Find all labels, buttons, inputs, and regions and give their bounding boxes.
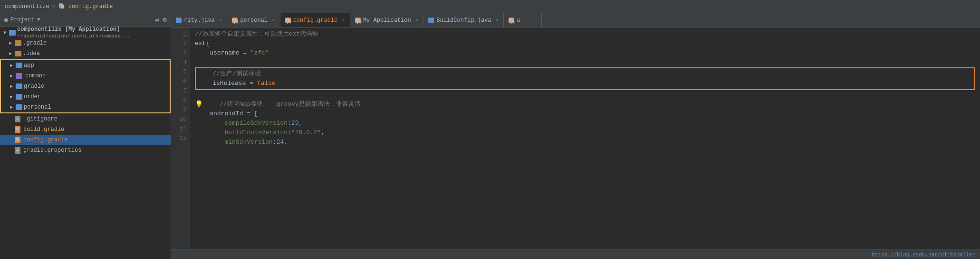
tab-my-application[interactable]: 🐘 My Application × bbox=[350, 13, 423, 27]
dropdown-icon[interactable]: ▼ bbox=[37, 17, 40, 22]
yellow-outline-section: ► app ► common ► gradle ► bbox=[0, 59, 171, 113]
root-arrow: ▼ bbox=[2, 30, 8, 36]
main-layout: ▣ Project ▼ ⇄ ⚙ ▼ componentlize [My Appl… bbox=[0, 13, 980, 259]
code-comma-11: , bbox=[321, 128, 325, 138]
tree-root[interactable]: ▼ componentlize [My Application] ~/andro… bbox=[0, 28, 171, 38]
code-indent-5 bbox=[198, 69, 212, 79]
code-line-5: //生产/测试环境 bbox=[198, 69, 972, 79]
personal-arrow: ► bbox=[9, 104, 14, 110]
sidebar-header: ▣ Project ▼ ⇄ ⚙ bbox=[0, 13, 171, 27]
tab-extra-label: a bbox=[517, 17, 520, 24]
gradle2-folder-label: gradle bbox=[24, 83, 168, 90]
code-indent-8 bbox=[205, 100, 220, 109]
line-num-5: 5 bbox=[173, 67, 187, 77]
app-folder-label: app bbox=[24, 62, 168, 69]
tab-java-icon bbox=[176, 18, 182, 23]
tree-item-build-gradle[interactable]: 🐘 build.gradle bbox=[0, 124, 171, 135]
bulb-icon: 💡 bbox=[195, 100, 203, 109]
tree-item-gradle2[interactable]: ► gradle bbox=[1, 81, 170, 92]
code-empty-7 bbox=[195, 90, 199, 100]
tree-item-config-gradle[interactable]: 🐘 config.gradle bbox=[0, 135, 171, 145]
config-gradle-icon: 🐘 bbox=[15, 137, 20, 143]
code-build-val: "29.0.2" bbox=[291, 128, 321, 138]
app-folder-icon bbox=[16, 63, 22, 68]
code-line-6: isRelease = false bbox=[198, 79, 972, 88]
line-num-9: 9 bbox=[173, 105, 187, 115]
gear-icon[interactable]: ⚙ bbox=[163, 16, 167, 24]
breadcrumb: componentlize › 🐘 config.gradle bbox=[5, 3, 113, 10]
tree-item-app[interactable]: ► app bbox=[1, 60, 170, 71]
code-compile-sdk: compileSdkVersion bbox=[224, 119, 288, 128]
line-num-3: 3 bbox=[173, 48, 187, 58]
personal-folder-icon bbox=[16, 104, 22, 110]
line-num-6: 6 bbox=[173, 77, 187, 86]
code-min-val: 24 bbox=[277, 138, 284, 147]
gitignore-file-icon: ≡ bbox=[15, 116, 20, 122]
tab-extra[interactable]: 🐘 a bbox=[504, 13, 542, 27]
status-url[interactable]: https://blog.csdn.net/dirksmaller bbox=[872, 252, 975, 258]
code-area[interactable]: 1 2 3 4 5 6 7 8 9 10 11 12 / bbox=[171, 28, 980, 250]
root-folder-icon bbox=[9, 30, 16, 36]
code-androidid-key: androidId bbox=[210, 109, 243, 119]
settings-layout-icon[interactable]: ⇄ bbox=[155, 16, 159, 24]
code-build-tools: buildToolsVersion bbox=[224, 128, 288, 138]
code-line-1: //添加多个自定义属性，可以使用ext代码块 bbox=[195, 29, 975, 39]
code-min-sdk: minSdkVersion bbox=[224, 138, 272, 147]
gitignore-label: .gitignore bbox=[23, 116, 169, 122]
code-indent-12 bbox=[195, 138, 224, 147]
code-comment-5: //生产/测试环境 bbox=[212, 69, 260, 79]
sidebar-title: Project bbox=[10, 17, 34, 23]
line-num-2: 2 bbox=[173, 39, 187, 48]
tab-myapp-close[interactable]: × bbox=[415, 18, 419, 23]
idea-folder-icon bbox=[15, 51, 21, 56]
code-eq-3: = bbox=[240, 48, 250, 58]
code-indent-10 bbox=[195, 119, 224, 128]
line-num-10: 10 bbox=[173, 115, 187, 124]
code-indent-6 bbox=[198, 79, 212, 88]
code-empty-4 bbox=[195, 58, 199, 67]
code-line-10: compileSdkVersion:29, bbox=[195, 119, 975, 128]
tree-item-gradle-hidden[interactable]: ► .gradle bbox=[0, 38, 171, 48]
tab-config-gradle[interactable]: 🐘 config.gradle × bbox=[280, 13, 350, 27]
code-line-11: buildToolsVersion:"29.0.2", bbox=[195, 128, 975, 138]
code-line-3: username = "zfc" bbox=[195, 48, 975, 58]
code-indent-3 bbox=[195, 48, 210, 58]
common-folder-icon bbox=[16, 73, 22, 79]
tree-item-idea[interactable]: ► .idea bbox=[0, 48, 171, 59]
tree-item-personal[interactable]: ► personal bbox=[1, 102, 170, 112]
code-colon-12: : bbox=[273, 138, 277, 147]
code-ext: ext bbox=[195, 39, 206, 48]
tree-item-gitignore[interactable]: ≡ .gitignore bbox=[0, 114, 171, 124]
tab-activity-java[interactable]: rity.java × bbox=[171, 13, 227, 27]
tree-item-order[interactable]: ► order bbox=[1, 92, 170, 102]
tab-buildconfig[interactable]: BuildConfig.java × bbox=[423, 13, 504, 27]
breadcrumb-active-file: config.gradle bbox=[68, 3, 113, 10]
code-comment-1: //添加多个自定义属性，可以使用ext代码块 bbox=[195, 29, 318, 39]
code-editor: 1 2 3 4 5 6 7 8 9 10 11 12 / bbox=[171, 28, 980, 250]
breadcrumb-icon: 🐘 bbox=[58, 3, 66, 10]
tab-personal-icon: 🐘 bbox=[232, 18, 238, 23]
breadcrumb-separator: › bbox=[52, 3, 56, 10]
tree-item-gradle-properties[interactable]: ≡ gradle.properties bbox=[0, 145, 171, 156]
editor-area: rity.java × 🐘 personal × 🐘 config.gradle… bbox=[171, 13, 980, 259]
config-gradle-label: config.gradle bbox=[23, 137, 169, 143]
tab-personal[interactable]: 🐘 personal × bbox=[227, 13, 280, 27]
order-folder-icon bbox=[16, 94, 22, 100]
code-comment-8: //建立map存储， groovy是糖果语法，非常灵活 bbox=[220, 100, 360, 109]
line-num-7: 7 bbox=[173, 86, 187, 96]
code-brace-open: { bbox=[206, 39, 210, 48]
highlight-box: //生产/测试环境 isRelease = false bbox=[195, 67, 975, 90]
code-line-7 bbox=[195, 90, 975, 100]
code-content[interactable]: //添加多个自定义属性，可以使用ext代码块 ext{ username = "… bbox=[190, 28, 980, 250]
tab-buildconfig-close[interactable]: × bbox=[496, 18, 499, 23]
line-num-12: 12 bbox=[173, 134, 187, 143]
tree-item-common[interactable]: ► common bbox=[1, 71, 170, 81]
tab-config-close[interactable]: × bbox=[342, 18, 345, 23]
code-comma-12: , bbox=[284, 138, 288, 147]
tab-buildconfig-icon bbox=[428, 18, 434, 23]
title-bar: componentlize › 🐘 config.gradle bbox=[0, 0, 980, 13]
tab-personal-label: personal bbox=[240, 17, 268, 24]
tab-personal-close[interactable]: × bbox=[272, 18, 275, 23]
tab-activity-close[interactable]: × bbox=[219, 18, 222, 23]
tab-myapp-label: My Application bbox=[363, 17, 411, 24]
